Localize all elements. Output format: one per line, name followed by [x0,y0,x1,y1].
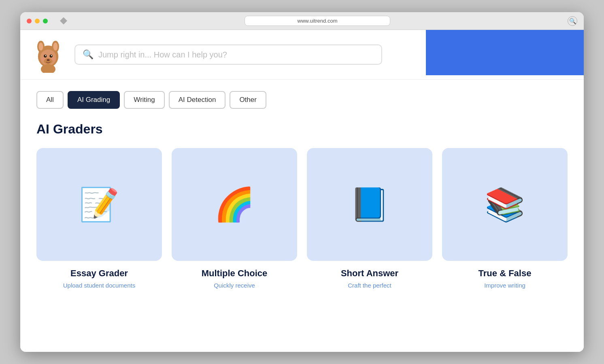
maximize-button[interactable] [43,19,48,23]
card-desc-multiple: Quickly receive [214,281,255,290]
svg-point-3 [39,42,43,51]
essay-grader-icon: 📝 [79,188,119,221]
card-desc-short: Craft the perfect [348,281,391,290]
svg-point-4 [53,42,58,51]
card-short-answer[interactable]: 📘 Short Answer Craft the perfect [307,148,432,290]
short-answer-icon: 📘 [349,188,390,221]
search-placeholder: Jump right in... How can I help you? [98,50,227,59]
svg-point-12 [41,57,45,60]
card-true-false[interactable]: 📚 True & False Improve writing [442,148,568,290]
card-image-essay: 📝 [36,148,162,261]
multiple-choice-icon: 🌈 [214,188,255,221]
card-title-multiple: Multiple Choice [202,268,268,279]
card-image-short: 📘 [307,148,432,261]
main-content: All AI Grading Writing AI Detection Othe… [20,80,584,352]
true-false-icon: 📚 [485,188,525,221]
card-multiple-choice[interactable]: 🌈 Multiple Choice Quickly receive [172,148,297,290]
tab-all[interactable]: All [36,91,64,109]
card-essay-grader[interactable]: 📝 Essay Grader Upload student documents [36,148,162,290]
filter-tabs: All AI Grading Writing AI Detection Othe… [36,91,568,109]
minimize-button[interactable] [35,19,40,23]
tab-ai-grading[interactable]: AI Grading [68,91,120,109]
svg-point-10 [51,55,52,56]
browser-search-icon[interactable]: 🔍 [568,16,577,26]
card-image-multiple: 🌈 [172,148,297,261]
browser-content: 🔍 Jump right in... How can I help you? A… [20,30,584,352]
svg-point-9 [45,55,46,56]
tab-ai-detection[interactable]: AI Detection [169,91,226,109]
browser-titlebar: www.uitrend.com 🔍 [20,12,584,30]
svg-point-11 [47,59,49,61]
browser-window: www.uitrend.com 🔍 [20,12,584,352]
kangaroo-logo [30,36,66,73]
close-button[interactable] [27,19,32,23]
search-bar[interactable]: 🔍 Jump right in... How can I help you? [74,44,382,65]
search-icon-main: 🔍 [83,49,94,60]
window-icon [60,17,67,25]
card-title-short: Short Answer [341,268,398,279]
tab-writing[interactable]: Writing [124,91,165,109]
app-header: 🔍 Jump right in... How can I help you? [20,30,584,80]
url-text: www.uitrend.com [298,18,338,24]
address-bar-wrapper: www.uitrend.com [70,16,564,26]
card-desc-true-false: Improve writing [484,281,525,290]
cards-grid: 📝 Essay Grader Upload student documents … [36,148,568,290]
card-title-essay: Essay Grader [70,268,128,279]
card-image-true-false: 📚 [442,148,568,261]
svg-point-13 [51,57,55,60]
card-title-true-false: True & False [479,268,532,279]
section-title: AI Graders [36,122,568,137]
tab-other[interactable]: Other [230,91,266,109]
card-desc-essay: Upload student documents [63,281,135,290]
address-bar[interactable]: www.uitrend.com [245,16,390,26]
